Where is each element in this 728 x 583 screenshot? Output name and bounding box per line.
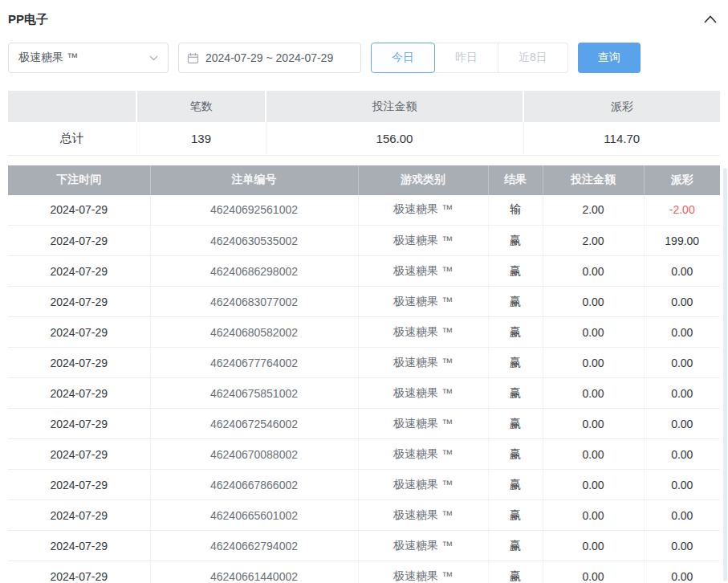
- cell-bet-amount: 0.00: [543, 439, 644, 470]
- cell-bet-amount: 2.00: [543, 195, 644, 226]
- cell-payout: -2.00: [644, 195, 720, 226]
- summary-total-row: 总计 139 156.00 114.70: [8, 122, 720, 155]
- cell-order-number: 46240680582002: [150, 317, 358, 348]
- cell-result: 赢: [488, 500, 543, 531]
- cell-result: 赢: [488, 531, 543, 561]
- bet-row: 2024-07-29 46240680582002 极速糖果 ™ 赢 0.00 …: [8, 317, 720, 348]
- cell-order-number: 46240672546002: [150, 409, 358, 439]
- cell-result: 输: [488, 195, 543, 226]
- date-range-picker[interactable]: 2024-07-29 ~ 2024-07-29: [178, 43, 361, 73]
- col-header-payout: 派彩: [644, 165, 720, 195]
- cell-bet-time: 2024-07-29: [8, 531, 150, 561]
- col-header-order-number: 注单编号: [150, 165, 358, 195]
- cell-bet-time: 2024-07-29: [8, 409, 150, 439]
- cell-bet-amount: 0.00: [543, 531, 644, 561]
- panel-title: PP电子: [8, 12, 48, 27]
- bet-row: 2024-07-29 46240692561002 极速糖果 ™ 输 2.00 …: [8, 195, 720, 226]
- cell-game-type: 极速糖果 ™: [358, 378, 488, 409]
- bet-table-body: 2024-07-29 46240692561002 极速糖果 ™ 输 2.00 …: [8, 195, 720, 583]
- cell-order-number: 46240670088002: [150, 439, 358, 470]
- cell-bet-time: 2024-07-29: [8, 348, 150, 378]
- summary-col-bet-amount: 投注金额: [266, 91, 523, 122]
- cell-bet-time: 2024-07-29: [8, 378, 150, 409]
- cell-order-number: 46240665601002: [150, 500, 358, 531]
- bet-row: 2024-07-29 46240630535002 极速糖果 ™ 赢 2.00 …: [8, 226, 720, 256]
- cell-bet-amount: 0.00: [543, 256, 644, 287]
- cell-bet-time: 2024-07-29: [8, 287, 150, 317]
- cell-game-type: 极速糖果 ™: [358, 409, 488, 439]
- panel-header: PP电子: [8, 6, 720, 32]
- query-button[interactable]: 查询: [578, 43, 641, 73]
- cell-bet-time: 2024-07-29: [8, 226, 150, 256]
- cell-bet-amount: 0.00: [543, 470, 644, 500]
- cell-bet-amount: 0.00: [543, 348, 644, 378]
- game-select[interactable]: 极速糖果 ™: [8, 43, 169, 73]
- cell-order-number: 46240661440002: [150, 561, 358, 583]
- cell-result: 赢: [488, 256, 543, 287]
- cell-payout: 0.00: [644, 348, 720, 378]
- bet-row: 2024-07-29 46240675851002 极速糖果 ™ 赢 0.00 …: [8, 378, 720, 409]
- cell-order-number: 46240630535002: [150, 226, 358, 256]
- cell-bet-amount: 0.00: [543, 287, 644, 317]
- cell-bet-time: 2024-07-29: [8, 439, 150, 470]
- bet-table: 下注时间 注单编号 游戏类别 结果 投注金额 派彩 2024-07-29 462…: [8, 165, 720, 583]
- summary-total-label: 总计: [8, 122, 136, 155]
- summary-table: 笔数 投注金额 派彩 总计 139 156.00 114.70: [8, 91, 720, 156]
- cell-payout: 0.00: [644, 439, 720, 470]
- bet-row: 2024-07-29 46240661440002 极速糖果 ™ 赢 0.00 …: [8, 561, 720, 583]
- cell-payout: 0.00: [644, 409, 720, 439]
- cell-order-number: 46240677764002: [150, 348, 358, 378]
- cell-bet-amount: 0.00: [543, 561, 644, 583]
- cell-bet-amount: 0.00: [543, 378, 644, 409]
- chevron-down-icon: [149, 55, 158, 61]
- cell-result: 赢: [488, 439, 543, 470]
- chevron-up-icon: [704, 15, 717, 23]
- bet-row: 2024-07-29 46240662794002 极速糖果 ™ 赢 0.00 …: [8, 531, 720, 561]
- collapse-button[interactable]: [701, 14, 720, 25]
- bet-row: 2024-07-29 46240665601002 极速糖果 ™ 赢 0.00 …: [8, 500, 720, 531]
- cell-result: 赢: [488, 317, 543, 348]
- col-header-bet-time: 下注时间: [8, 165, 150, 195]
- date-range-value: 2024-07-29 ~ 2024-07-29: [205, 51, 333, 64]
- cell-bet-amount: 0.00: [543, 317, 644, 348]
- summary-total-count: 139: [136, 122, 266, 155]
- cell-result: 赢: [488, 226, 543, 256]
- cell-result: 赢: [488, 287, 543, 317]
- cell-order-number: 46240675851002: [150, 378, 358, 409]
- quick-date-button-group: 今日 昨日 近8日: [371, 43, 568, 73]
- cell-game-type: 极速糖果 ™: [358, 226, 488, 256]
- summary-col-count: 笔数: [136, 91, 266, 122]
- cell-payout: 0.00: [644, 317, 720, 348]
- col-header-result: 结果: [488, 165, 543, 195]
- cell-game-type: 极速糖果 ™: [358, 256, 488, 287]
- cell-result: 赢: [488, 378, 543, 409]
- cell-game-type: 极速糖果 ™: [358, 470, 488, 500]
- summary-total-payout: 114.70: [523, 122, 720, 155]
- cell-payout: 199.00: [644, 226, 720, 256]
- cell-bet-time: 2024-07-29: [8, 500, 150, 531]
- cell-payout: 0.00: [644, 561, 720, 583]
- today-button[interactable]: 今日: [371, 43, 435, 73]
- cell-game-type: 极速糖果 ™: [358, 287, 488, 317]
- cell-result: 赢: [488, 409, 543, 439]
- cell-bet-amount: 2.00: [543, 226, 644, 256]
- cell-payout: 0.00: [644, 378, 720, 409]
- cell-bet-time: 2024-07-29: [8, 195, 150, 226]
- summary-col-blank: [8, 91, 136, 122]
- cell-order-number: 46240692561002: [150, 195, 358, 226]
- game-select-value: 极速糖果 ™: [18, 51, 78, 65]
- cell-bet-amount: 0.00: [543, 409, 644, 439]
- summary-col-payout: 派彩: [523, 91, 720, 122]
- filter-bar: 极速糖果 ™ 2024-07-29 ~ 2024-07-29 今日 昨日 近8日: [8, 43, 720, 73]
- cell-game-type: 极速糖果 ™: [358, 500, 488, 531]
- cell-result: 赢: [488, 348, 543, 378]
- bet-row: 2024-07-29 46240670088002 极速糖果 ™ 赢 0.00 …: [8, 439, 720, 470]
- last-8-days-button[interactable]: 近8日: [498, 43, 568, 73]
- cell-game-type: 极速糖果 ™: [358, 439, 488, 470]
- cell-bet-time: 2024-07-29: [8, 317, 150, 348]
- yesterday-button[interactable]: 昨日: [434, 43, 498, 73]
- scrollbar[interactable]: [723, 168, 727, 581]
- cell-order-number: 46240662794002: [150, 531, 358, 561]
- summary-header-row: 笔数 投注金额 派彩: [8, 91, 720, 122]
- cell-payout: 0.00: [644, 470, 720, 500]
